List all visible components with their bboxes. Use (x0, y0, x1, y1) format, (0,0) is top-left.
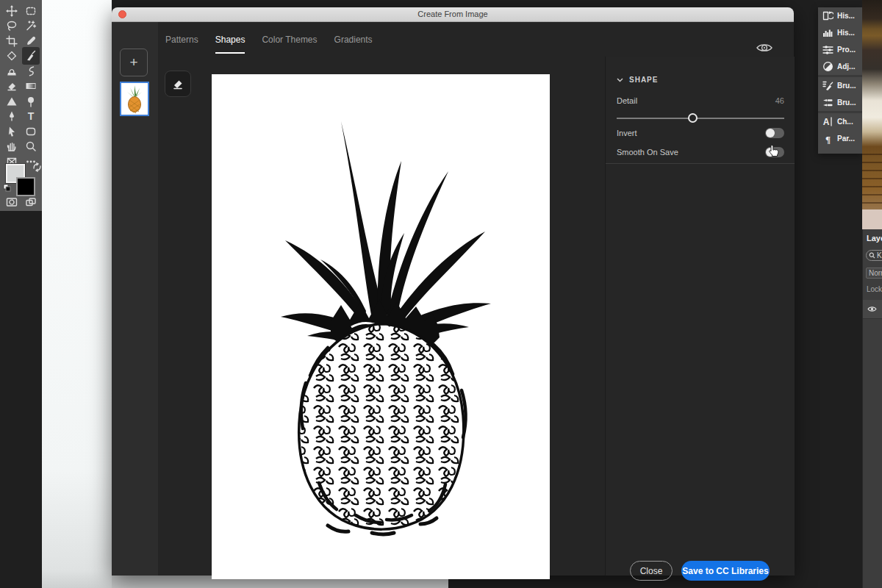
create-from-image-dialog: Create From Image + Patterns Shapes Colo… (112, 7, 794, 576)
invert-label: Invert (617, 129, 637, 137)
detail-slider[interactable] (617, 113, 784, 123)
erase-refine-button[interactable] (165, 71, 191, 97)
background-color-swatch[interactable] (16, 177, 35, 196)
tab-color-themes[interactable]: Color Themes (262, 30, 317, 49)
detail-label: Detail (617, 96, 637, 105)
layer-row[interactable] (863, 300, 882, 319)
svg-text:A: A (822, 117, 829, 127)
tab-patterns[interactable]: Patterns (165, 30, 198, 49)
close-button[interactable]: Close (630, 561, 673, 581)
shape-preview-canvas[interactable] (212, 74, 550, 579)
add-image-button[interactable]: + (120, 49, 148, 76)
background-photo-sliver (862, 0, 882, 209)
svg-text:¶: ¶ (825, 134, 830, 145)
dialog-tabbar: Patterns Shapes Color Themes Gradients (158, 22, 794, 57)
save-to-cc-libraries-button[interactable]: Save to CC Libraries (681, 561, 770, 581)
dodge-tool-icon[interactable] (24, 94, 38, 109)
default-colors-icon[interactable] (3, 184, 12, 193)
zoom-tool-icon[interactable] (24, 139, 38, 154)
path-select-tool-icon[interactable] (4, 124, 19, 139)
eyedropper-tool-icon[interactable] (24, 34, 38, 49)
document-canvas-behind-dialog (42, 0, 112, 588)
invert-toggle[interactable] (765, 128, 784, 138)
layers-panel-sliver: Laye K Norm Lock: (862, 229, 882, 588)
type-tool-icon[interactable]: T (24, 109, 38, 123)
detail-row: Detail 46 (617, 96, 784, 105)
layers-panel-title: Laye (867, 234, 882, 243)
shape-tool-icon[interactable] (4, 94, 19, 109)
panel-tab-brushes[interactable]: Bru... (818, 94, 862, 111)
panel-tab-history[interactable]: His... (818, 7, 862, 24)
history-icon (818, 10, 837, 21)
eraser-icon (171, 77, 184, 90)
smooth-on-save-row: Smooth On Save (617, 147, 784, 157)
lock-label: Lock: (867, 285, 882, 293)
panel-group-2: Bru... Bru... (818, 77, 862, 113)
pen-tool-icon[interactable] (4, 109, 19, 123)
photo-beige-band (862, 209, 882, 229)
tab-gradients[interactable]: Gradients (334, 30, 373, 49)
histogram-icon (818, 27, 837, 38)
paragraph-icon: ¶ (818, 133, 837, 144)
shape-controls-panel: SHAPE Detail 46 Invert Sm (605, 57, 795, 576)
panel-group-3: A Ch... ¶ Par... (818, 113, 862, 147)
hand-cursor-icon (768, 144, 779, 157)
slider-track[interactable] (617, 118, 784, 119)
marquee-tool-icon[interactable] (24, 4, 38, 18)
preview-toggle-button[interactable] (756, 41, 773, 54)
source-image-thumbnail[interactable] (120, 82, 149, 116)
search-icon (869, 252, 875, 259)
panel-tab-adjustments[interactable]: Adj... (818, 58, 862, 75)
patch-tool-icon[interactable] (4, 49, 19, 63)
magic-wand-tool-icon[interactable] (24, 18, 38, 33)
panel-group-1: His... His... Pro... Adj... (818, 7, 862, 77)
docked-panels-column: His... His... Pro... Adj... Bru... (818, 7, 862, 154)
brush-tool-icon[interactable] (22, 47, 40, 65)
panel-tab-properties[interactable]: Pro... (818, 41, 862, 58)
move-tool-icon[interactable] (4, 4, 19, 18)
tab-shapes[interactable]: Shapes (215, 30, 245, 49)
invert-toggle-knob (766, 129, 775, 137)
layer-visibility-eye-icon[interactable] (867, 306, 877, 312)
photo-wood-texture (862, 147, 882, 210)
shape-section-header[interactable]: SHAPE (617, 76, 658, 84)
lasso-tool-icon[interactable] (4, 18, 19, 33)
slider-knob[interactable] (688, 113, 698, 123)
panel-tab-histogram[interactable]: His... (818, 24, 862, 41)
rounded-rect-tool-icon[interactable] (24, 124, 38, 139)
detail-value: 46 (775, 96, 784, 105)
character-icon: A (818, 116, 837, 127)
smooth-on-save-label: Smooth On Save (617, 148, 678, 157)
invert-row: Invert (617, 128, 784, 138)
image-source-strip: + (112, 22, 158, 576)
blend-mode-select[interactable]: Norm (866, 268, 882, 279)
clone-stamp-tool-icon[interactable] (4, 64, 19, 79)
dialog-body: + Patterns Shapes Color Themes Gradients (112, 22, 794, 576)
brush-settings-icon (818, 80, 837, 91)
dialog-titlebar[interactable]: Create From Image (112, 7, 794, 22)
brushes-icon (818, 97, 837, 108)
svg-text:T: T (28, 110, 35, 122)
gradient-tool-icon[interactable] (24, 79, 38, 93)
chevron-down-icon (617, 78, 623, 82)
pineapple-thumb-image (121, 83, 148, 115)
crop-tool-icon[interactable] (4, 34, 19, 49)
adjustments-icon (818, 61, 837, 72)
dialog-title: Create From Image (112, 10, 794, 18)
eye-icon (756, 41, 773, 54)
eraser-tool-icon[interactable] (4, 79, 19, 93)
hand-tool-icon[interactable] (4, 139, 19, 154)
panel-tab-character[interactable]: A Ch... (818, 113, 862, 130)
photoshop-workspace: T Creat (0, 0, 882, 588)
history-brush-tool-icon[interactable] (24, 64, 38, 79)
panel-tab-paragraph[interactable]: ¶ Par... (818, 130, 862, 147)
screen-mode-icon[interactable] (24, 195, 38, 209)
swap-colors-icon[interactable] (32, 162, 42, 172)
pineapple-stencil-image (212, 74, 550, 579)
quick-mask-icon[interactable] (4, 195, 19, 209)
shape-section-title: SHAPE (629, 76, 658, 84)
layers-search-input[interactable]: K (866, 250, 882, 261)
shape-section: SHAPE Detail 46 Invert Sm (606, 57, 795, 164)
panel-tab-brush-settings[interactable]: Bru... (818, 77, 862, 94)
tools-panel: T (0, 0, 43, 211)
